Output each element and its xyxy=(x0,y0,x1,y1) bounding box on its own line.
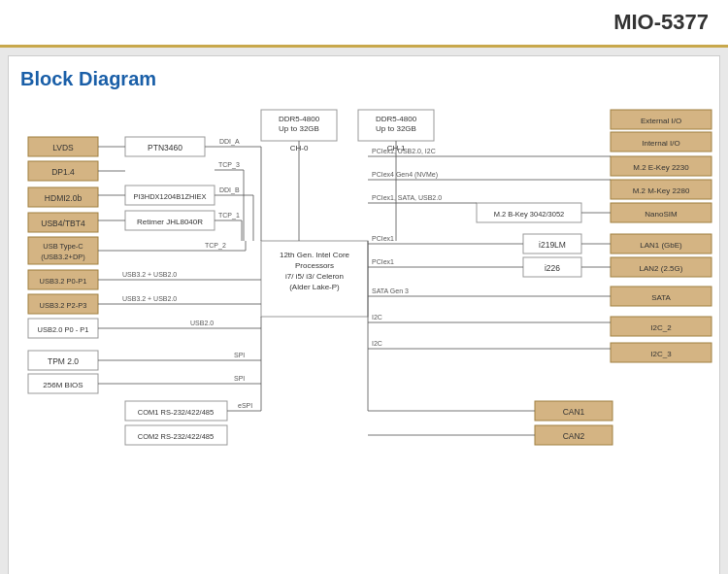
svg-text:COM1 RS-232/422/485: COM1 RS-232/422/485 xyxy=(138,408,214,417)
svg-text:COM2 RS-232/422/485: COM2 RS-232/422/485 xyxy=(138,432,214,441)
svg-text:(Alder Lake-P): (Alder Lake-P) xyxy=(289,283,340,291)
svg-text:LAN1 (GbE): LAN1 (GbE) xyxy=(640,241,682,250)
svg-text:USB3.2 + USB2.0: USB3.2 + USB2.0 xyxy=(122,271,177,278)
main-content: Block Diagram DDR5-4800 Up to 32GB DDR5-… xyxy=(8,55,720,574)
block-diagram-svg: DDR5-4800 Up to 32GB DDR5-4800 Up to 32G… xyxy=(20,100,719,566)
svg-text:PCIex1: PCIex1 xyxy=(372,258,394,265)
svg-text:Retimer JHL8040R: Retimer JHL8040R xyxy=(137,218,203,226)
svg-text:M.2 B-Key 3042/3052: M.2 B-Key 3042/3052 xyxy=(494,210,565,219)
svg-text:PCIex4 Gen4 (NVMe): PCIex4 Gen4 (NVMe) xyxy=(372,171,438,179)
svg-text:PCIex1, SATA, USB2.0: PCIex1, SATA, USB2.0 xyxy=(372,194,442,201)
svg-text:USB3.2 P2-P3: USB3.2 P2-P3 xyxy=(40,301,87,310)
svg-text:I2C_3: I2C_3 xyxy=(650,350,672,358)
svg-text:External I/O: External I/O xyxy=(641,117,681,125)
header-title: MIO-5377 xyxy=(613,10,709,35)
svg-text:USB2.0 P0 - P1: USB2.0 P0 - P1 xyxy=(38,325,89,334)
svg-text:HDMI2.0b: HDMI2.0b xyxy=(45,193,83,203)
svg-text:USB2.0: USB2.0 xyxy=(190,320,214,326)
svg-text:I2C: I2C xyxy=(372,314,382,321)
svg-text:USB4/TBT4: USB4/TBT4 xyxy=(41,219,85,228)
svg-text:12th Gen. Intel Core: 12th Gen. Intel Core xyxy=(280,251,350,259)
header: MIO-5377 xyxy=(0,0,728,48)
svg-text:256M BIOS: 256M BIOS xyxy=(43,381,83,389)
svg-text:SATA Gen 3: SATA Gen 3 xyxy=(372,287,409,294)
svg-text:SPI: SPI xyxy=(234,375,245,382)
svg-text:I2C: I2C xyxy=(372,340,382,347)
svg-text:USB3.2 P0-P1: USB3.2 P0-P1 xyxy=(40,277,87,286)
svg-text:CAN2: CAN2 xyxy=(563,431,585,441)
svg-text:DDI_B: DDI_B xyxy=(219,186,240,194)
svg-text:Up to 32GB: Up to 32GB xyxy=(376,124,416,133)
svg-text:TPM 2.0: TPM 2.0 xyxy=(48,356,79,366)
svg-text:SPI: SPI xyxy=(234,352,245,358)
svg-text:i226: i226 xyxy=(545,263,560,273)
svg-text:I2C_2: I2C_2 xyxy=(650,323,672,332)
page-title: Block Diagram xyxy=(20,68,708,90)
svg-text:Processors: Processors xyxy=(295,261,334,270)
svg-text:Internal I/O: Internal I/O xyxy=(642,139,680,148)
svg-text:PI3HDX1204B1ZHIEX: PI3HDX1204B1ZHIEX xyxy=(133,192,206,201)
svg-text:M.2 E-Key 2230: M.2 E-Key 2230 xyxy=(633,163,689,172)
svg-text:SATA: SATA xyxy=(651,293,671,302)
svg-text:DP1.4: DP1.4 xyxy=(51,167,75,177)
svg-text:LAN2 (2.5G): LAN2 (2.5G) xyxy=(640,264,683,273)
svg-text:LVDS: LVDS xyxy=(52,143,74,152)
svg-text:PCIex1, USB2.0, I2C: PCIex1, USB2.0, I2C xyxy=(372,148,436,154)
svg-text:eSPI: eSPI xyxy=(238,402,252,409)
svg-text:(USB3.2+DP): (USB3.2+DP) xyxy=(41,253,85,261)
svg-text:DDR5-4800: DDR5-4800 xyxy=(376,115,417,123)
svg-text:Up to 32GB: Up to 32GB xyxy=(279,124,319,133)
svg-text:i219LM: i219LM xyxy=(539,240,566,250)
svg-text:i7/ i5/ i3/ Celeron: i7/ i5/ i3/ Celeron xyxy=(285,272,344,281)
svg-text:PCIex1: PCIex1 xyxy=(372,235,394,242)
svg-text:NanoSIM: NanoSIM xyxy=(645,210,678,219)
svg-text:TCP_1: TCP_1 xyxy=(218,212,240,219)
svg-text:USB Type-C: USB Type-C xyxy=(43,242,83,251)
svg-text:DDI_A: DDI_A xyxy=(219,138,240,146)
svg-text:TCP_3: TCP_3 xyxy=(218,161,240,169)
svg-text:TCP_2: TCP_2 xyxy=(205,242,226,250)
svg-text:PTN3460: PTN3460 xyxy=(148,143,182,152)
svg-text:M.2 M-Key 2280: M.2 M-Key 2280 xyxy=(633,186,690,195)
svg-text:CAN1: CAN1 xyxy=(563,407,585,417)
diagram-area: DDR5-4800 Up to 32GB DDR5-4800 Up to 32G… xyxy=(20,100,708,574)
svg-text:DDR5-4800: DDR5-4800 xyxy=(279,115,320,123)
svg-text:USB3.2 + USB2.0: USB3.2 + USB2.0 xyxy=(122,295,177,302)
